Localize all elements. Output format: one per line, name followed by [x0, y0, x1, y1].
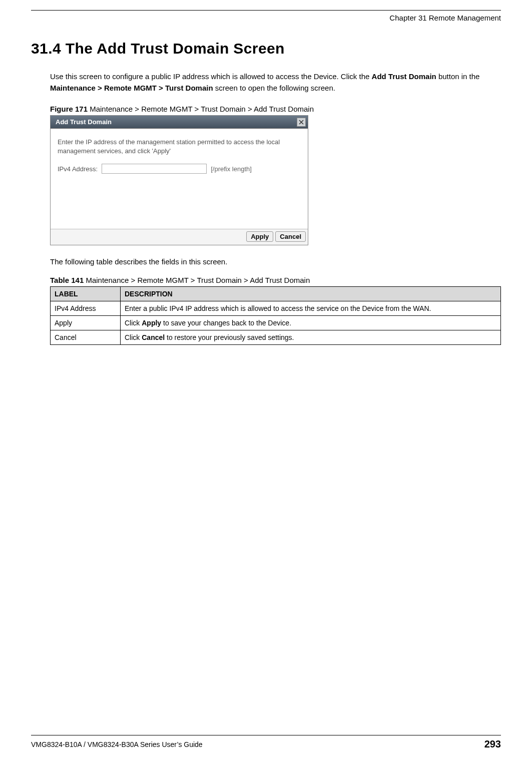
table-label: Table 141: [50, 276, 84, 284]
row-desc: Enter a public IPv4 IP address which is …: [121, 301, 501, 316]
intro-text-3: screen to open the following screen.: [213, 84, 335, 92]
table-row: Apply Click Apply to save your changes b…: [51, 316, 501, 330]
intro-paragraph: Use this screen to configure a public IP…: [50, 71, 501, 94]
desc-pre: Click: [125, 333, 142, 341]
table-row: IPv4 Address Enter a public IPv4 IP addr…: [51, 301, 501, 316]
dialog-title: Add Trust Domain: [56, 118, 112, 126]
post-figure-paragraph: The following table describes the fields…: [50, 257, 501, 266]
page-footer: VMG8324-B10A / VMG8324-B30A Series User’…: [31, 735, 501, 750]
intro-text-1: Use this screen to configure a public IP…: [50, 72, 372, 81]
desc-pre: Click: [125, 319, 142, 327]
page-number: 293: [484, 738, 501, 750]
table-header-row: LABEL DESCRIPTION: [51, 287, 501, 301]
footer-guide: VMG8324-B10A / VMG8324-B30A Series User’…: [31, 740, 203, 748]
dialog-buttons: Apply Cancel: [51, 229, 308, 245]
add-trust-domain-dialog: Add Trust Domain Enter the IP address of…: [50, 115, 308, 245]
desc-post: to restore your previously saved setting…: [165, 333, 294, 341]
desc-bold: Apply: [142, 319, 161, 327]
intro-text-2: button in the: [436, 72, 480, 81]
dialog-titlebar: Add Trust Domain: [51, 116, 308, 129]
header-rule: [31, 10, 501, 11]
intro-bold-1: Add Trust Domain: [372, 72, 436, 81]
desc-bold: Cancel: [142, 333, 165, 341]
th-description: DESCRIPTION: [121, 287, 501, 301]
header-chapter: Chapter 31 Remote Management: [31, 14, 501, 22]
row-desc: Click Apply to save your changes back to…: [121, 316, 501, 330]
dialog-instruction: Enter the IP address of the management s…: [58, 138, 301, 156]
table-rest: Maintenance > Remote MGMT > Trust Domain…: [84, 276, 310, 284]
intro-bold-2: Maintenance > Remote MGMT > Turst Domain: [50, 84, 213, 92]
table-caption: Table 141 Maintenance > Remote MGMT > Tr…: [50, 276, 501, 284]
cancel-button[interactable]: Cancel: [275, 231, 306, 242]
desc-pre: Enter a public IPv4 IP address which is …: [125, 304, 431, 312]
figure-rest: Maintenance > Remote MGMT > Trust Domain…: [88, 105, 314, 113]
dialog-body: Enter the IP address of the management s…: [51, 129, 308, 229]
ipv4-input[interactable]: [102, 164, 207, 174]
apply-button[interactable]: Apply: [246, 231, 273, 242]
row-label: IPv4 Address: [51, 301, 121, 316]
ipv4-field-row: IPv4 Address: [/prefix length]: [58, 164, 301, 174]
ipv4-label: IPv4 Address:: [58, 165, 98, 173]
th-label: LABEL: [51, 287, 121, 301]
row-label: Apply: [51, 316, 121, 330]
figure-caption: Figure 171 Maintenance > Remote MGMT > T…: [50, 105, 501, 113]
ipv4-suffix: [/prefix length]: [211, 165, 252, 173]
desc-post: to save your changes back to the Device.: [161, 319, 291, 327]
description-table: LABEL DESCRIPTION IPv4 Address Enter a p…: [50, 286, 501, 345]
table-row: Cancel Click Cancel to restore your prev…: [51, 330, 501, 345]
row-label: Cancel: [51, 330, 121, 345]
section-heading: 31.4 The Add Trust Domain Screen: [31, 40, 501, 57]
row-desc: Click Cancel to restore your previously …: [121, 330, 501, 345]
close-icon[interactable]: [297, 118, 306, 127]
figure-label: Figure 171: [50, 105, 88, 113]
